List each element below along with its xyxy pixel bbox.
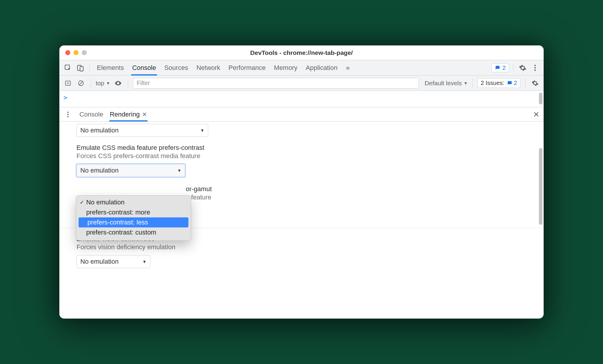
svg-point-10 (67, 112, 69, 113)
close-tab-icon[interactable]: ✕ (142, 111, 147, 118)
divider (472, 79, 473, 88)
settings-button[interactable] (518, 63, 528, 73)
issues-label: 2 Issues: (481, 80, 504, 86)
execution-context-selector[interactable]: top ▼ (96, 80, 110, 87)
tabs-overflow-button[interactable]: » (343, 63, 353, 73)
section-subtitle: Forces vision deficiency emulation (76, 243, 527, 251)
kebab-icon (67, 111, 69, 118)
close-drawer-button[interactable]: ✕ (533, 110, 540, 119)
dropdown-option-no-emulation[interactable]: No emulation (77, 197, 190, 207)
levels-label: Default levels (425, 80, 462, 87)
messages-badge[interactable]: 2 (491, 63, 509, 72)
console-prompt-area[interactable]: > (59, 91, 544, 107)
option-label: No emulation (86, 199, 125, 206)
messages-count: 2 (502, 64, 506, 71)
svg-point-3 (534, 65, 536, 66)
close-window-button[interactable] (65, 50, 70, 55)
svg-marker-7 (67, 82, 69, 84)
tab-elements[interactable]: Elements (97, 60, 124, 75)
tab-network[interactable]: Network (196, 60, 220, 75)
gear-icon (519, 64, 527, 72)
context-label: top (96, 80, 104, 87)
window-controls (59, 50, 87, 55)
select-value: No emulation (80, 258, 119, 265)
chevron-down-icon: ▼ (106, 81, 110, 86)
svg-rect-2 (80, 66, 83, 71)
minimize-window-button[interactable] (74, 50, 79, 55)
scrollbar-thumb[interactable] (539, 93, 542, 104)
kebab-icon (534, 64, 536, 71)
console-sidebar-toggle[interactable] (63, 78, 73, 88)
divider (513, 63, 514, 72)
divider (91, 79, 91, 88)
drawer-tab-console[interactable]: Console (79, 107, 103, 121)
divider (89, 63, 90, 72)
tab-label: Performance (229, 64, 266, 72)
svg-point-5 (534, 69, 536, 71)
select-value: No emulation (80, 167, 119, 174)
tab-label: Sources (164, 64, 188, 72)
chevron-down-icon: ▼ (177, 168, 181, 173)
tab-label: Network (196, 64, 220, 72)
section-prefers-contrast: Emulate CSS media feature prefers-contra… (76, 144, 527, 177)
issues-count: 2 (514, 80, 517, 86)
main-toolbar: Elements Console Sources Network Perform… (59, 60, 544, 76)
zoom-window-button[interactable] (82, 50, 87, 55)
prefers-contrast-dropdown: No emulation prefers-contrast: more pref… (76, 195, 191, 241)
divider (525, 79, 525, 88)
clear-console-button[interactable] (76, 78, 86, 88)
dropdown-option-custom[interactable]: prefers-contrast: custom (77, 227, 190, 237)
divider (128, 79, 128, 88)
option-label: prefers-contrast: more (86, 209, 150, 216)
vision-deficiency-select[interactable]: No emulation ▼ (76, 255, 150, 268)
drawer-tab-label: Rendering (110, 111, 140, 118)
rendering-panel: No emulation ▼ Emulate CSS media feature… (59, 122, 544, 319)
devtools-window: DevTools - chrome://new-tab-page/ Elemen… (59, 45, 544, 319)
window-title: DevTools - chrome://new-tab-page/ (59, 49, 544, 56)
chevron-down-icon: ▼ (142, 259, 146, 264)
tab-memory[interactable]: Memory (274, 60, 297, 75)
chevron-down-icon: ▼ (464, 81, 468, 86)
svg-point-12 (67, 116, 69, 117)
section-title: Emulate CSS media feature prefers-contra… (76, 144, 527, 152)
tab-label: Console (132, 64, 156, 72)
option-label: prefers-contrast: less (87, 219, 148, 226)
dropdown-option-more[interactable]: prefers-contrast: more (77, 207, 190, 217)
svg-point-11 (67, 114, 69, 115)
more-options-button[interactable] (530, 63, 540, 73)
console-filter-input[interactable] (133, 78, 419, 88)
drawer-tabbar: Console Rendering ✕ ✕ (59, 107, 544, 122)
tab-sources[interactable]: Sources (164, 60, 188, 75)
section-subtitle: Forces CSS prefers-contrast media featur… (76, 152, 527, 160)
prefers-contrast-select[interactable]: No emulation ▼ (76, 164, 185, 177)
chevrons-icon: » (346, 64, 350, 72)
issues-button[interactable]: 2 Issues: 2 (477, 78, 520, 88)
device-toolbar-icon[interactable] (75, 63, 85, 73)
message-icon: 2 (507, 80, 517, 86)
dropdown-option-less[interactable]: prefers-contrast: less (79, 217, 188, 227)
eye-icon (114, 79, 122, 87)
tab-console[interactable]: Console (132, 60, 156, 75)
panel-tabs: Elements Console Sources Network Perform… (94, 60, 340, 75)
section-title-partial: or-gamut (186, 185, 212, 193)
tab-application[interactable]: Application (306, 60, 338, 75)
console-settings-button[interactable] (530, 78, 540, 88)
tab-label: Application (306, 64, 338, 72)
message-icon (495, 65, 501, 71)
titlebar: DevTools - chrome://new-tab-page/ (59, 45, 544, 60)
drawer-tab-label: Console (79, 111, 103, 118)
console-toolbar: top ▼ Default levels ▼ 2 Issues: 2 (59, 76, 544, 91)
gear-icon (532, 80, 539, 87)
tab-label: Memory (274, 64, 297, 72)
scrollbar-thumb[interactable] (539, 148, 542, 225)
inspect-element-icon[interactable] (63, 63, 73, 73)
tab-label: Elements (97, 64, 124, 72)
chevron-down-icon: ▼ (200, 128, 204, 133)
tab-performance[interactable]: Performance (229, 60, 266, 75)
emulation-select-generic[interactable]: No emulation ▼ (76, 124, 208, 137)
drawer-more-tabs-button[interactable] (63, 109, 73, 119)
drawer-tab-rendering[interactable]: Rendering ✕ (110, 107, 147, 121)
live-expression-button[interactable] (113, 78, 123, 88)
log-levels-selector[interactable]: Default levels ▼ (425, 80, 468, 87)
svg-point-4 (534, 67, 536, 68)
